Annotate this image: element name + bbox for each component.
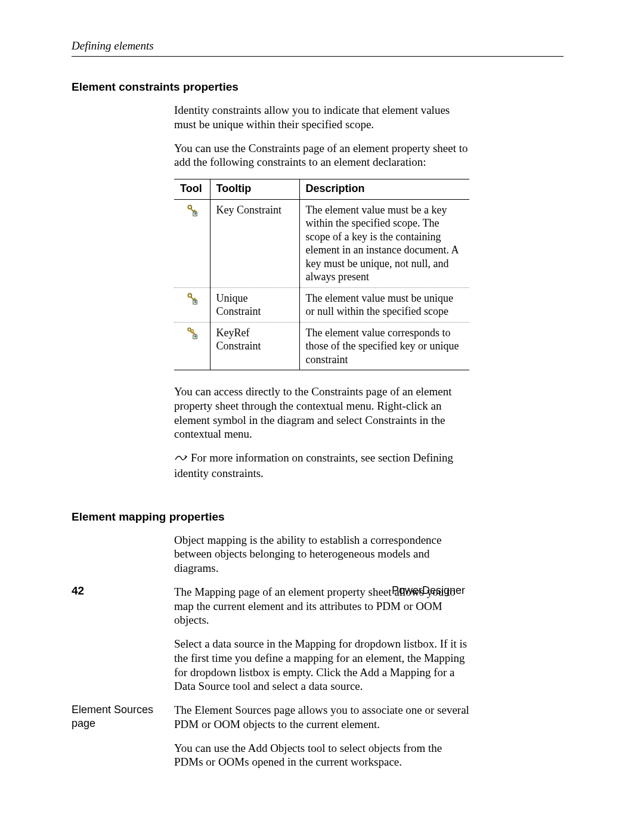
table-header-row: Tool Tooltip Description (174, 179, 469, 200)
svg-point-0 (188, 205, 191, 209)
tool-cell (174, 322, 210, 370)
paragraph: Object mapping is the ability to establi… (174, 533, 469, 575)
svg-point-5 (190, 329, 193, 332)
tooltip-cell: Unique Constraint (210, 287, 299, 322)
tool-cell (174, 199, 210, 287)
section-heading-constraints: Element constraints properties (72, 80, 564, 94)
note-icon (174, 452, 187, 466)
margin-label-element-sources: Element Sources page (72, 703, 167, 730)
product-name: PowerDesigner (392, 584, 465, 597)
unique-constraint-icon (185, 295, 199, 307)
col-header-tool: Tool (174, 179, 210, 200)
note-text: For more information on constraints, see… (174, 451, 453, 479)
page-number: 42 (72, 584, 84, 597)
svg-point-2 (188, 293, 191, 297)
paragraph: You can use the Constraints page of an e… (174, 141, 469, 170)
table-row: Key Constraint The element value must be… (174, 199, 469, 287)
running-head: Defining elements (72, 39, 564, 57)
note-paragraph: For more information on constraints, see… (174, 451, 469, 481)
keyref-constraint-icon (185, 330, 199, 342)
paragraph: You can use the Add Objects tool to sele… (174, 741, 469, 770)
description-cell: The element value must be a key within t… (299, 199, 469, 287)
tooltip-cell: KeyRef Constraint (210, 322, 299, 370)
section2-body: Object mapping is the ability to establi… (174, 533, 469, 770)
table-row: Unique Constraint The element value must… (174, 287, 469, 322)
col-header-description: Description (299, 179, 469, 200)
paragraph: Identity constraints allow you to indica… (174, 103, 469, 132)
section-heading-mapping: Element mapping properties (72, 510, 564, 524)
table-row: KeyRef Constraint The element value corr… (174, 322, 469, 370)
description-cell: The element value corresponds to those o… (299, 322, 469, 370)
key-constraint-icon (185, 207, 199, 219)
section1-body: Identity constraints allow you to indica… (174, 103, 469, 481)
tool-cell (174, 287, 210, 322)
paragraph: Select a data source in the Mapping for … (174, 637, 469, 693)
paragraph: You can access directly to the Constrain… (174, 385, 469, 441)
tooltip-cell: Key Constraint (210, 199, 299, 287)
paragraph: The Element Sources page allows you to a… (174, 703, 469, 732)
constraints-table: Tool Tooltip Description Key Constraint … (174, 179, 469, 370)
page-content: Defining elements Element constraints pr… (72, 39, 564, 779)
page-footer: 42 PowerDesigner (72, 584, 465, 597)
col-header-tooltip: Tooltip (210, 179, 299, 200)
description-cell: The element value must be unique or null… (299, 287, 469, 322)
